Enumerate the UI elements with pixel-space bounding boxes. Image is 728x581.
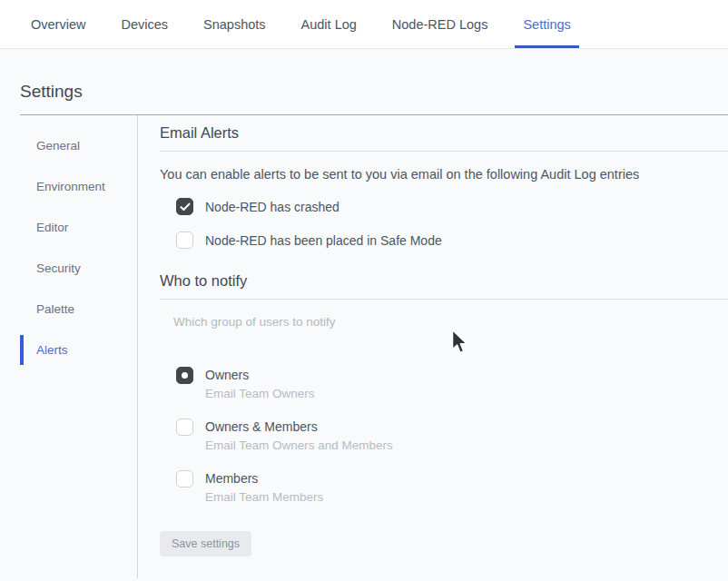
checkmark-icon — [180, 202, 191, 212]
radio-owners-members[interactable] — [176, 419, 193, 436]
checkbox-label-crashed: Node-RED has crashed — [205, 200, 339, 214]
page-title: Settings — [20, 82, 728, 102]
radio-row-owners-members[interactable]: Owners & Members Email Team Owners and M… — [176, 419, 728, 452]
checkbox-label-safe-mode: Node-RED has been placed in Safe Mode — [205, 233, 442, 248]
radio-label-members: Members — [205, 471, 323, 486]
instance-tab-bar: Overview Devices Snapshots Audit Log Nod… — [0, 0, 728, 49]
settings-side-nav: General Environment Editor Security Pale… — [20, 115, 137, 578]
settings-layout: General Environment Editor Security Pale… — [0, 115, 728, 578]
email-alerts-description: You can enable alerts to be sent to you … — [160, 167, 728, 182]
who-to-notify-helper: Which group of users to notify — [173, 315, 728, 329]
who-to-notify-heading: Who to notify — [160, 272, 728, 300]
tab-snapshots[interactable]: Snapshots — [195, 0, 274, 48]
tab-devices[interactable]: Devices — [113, 0, 176, 48]
radio-owners[interactable] — [176, 367, 193, 384]
checkbox-row-safe-mode[interactable]: Node-RED has been placed in Safe Mode — [176, 231, 728, 249]
checkbox-row-crashed[interactable]: Node-RED has crashed — [176, 198, 728, 215]
tab-audit-log[interactable]: Audit Log — [293, 0, 365, 48]
radio-sublabel-owners: Email Team Owners — [205, 387, 315, 400]
radio-row-members[interactable]: Members Email Team Members — [176, 470, 728, 504]
email-alerts-heading: Email Alerts — [160, 124, 728, 152]
tab-settings[interactable]: Settings — [515, 0, 578, 48]
checkbox-safe-mode[interactable] — [176, 231, 193, 249]
radio-label-owners-members: Owners & Members — [205, 419, 393, 434]
radio-sublabel-owners-members: Email Team Owners and Members — [205, 438, 393, 452]
radio-row-owners[interactable]: Owners Email Team Owners — [176, 367, 728, 400]
sidebar-item-security[interactable]: Security — [20, 248, 137, 289]
sidebar-item-general[interactable]: General — [20, 125, 137, 166]
alerts-settings-panel: Email Alerts You can enable alerts to be… — [137, 115, 728, 578]
checkbox-crashed[interactable] — [176, 198, 193, 215]
tab-node-red-logs[interactable]: Node-RED Logs — [384, 0, 497, 48]
sidebar-item-alerts[interactable]: Alerts — [20, 330, 137, 370]
radio-members[interactable] — [176, 470, 193, 487]
radio-dot-icon — [182, 372, 188, 379]
sidebar-item-environment[interactable]: Environment — [20, 166, 137, 207]
tab-overview[interactable]: Overview — [23, 0, 93, 48]
radio-sublabel-members: Email Team Members — [205, 490, 323, 504]
sidebar-item-palette[interactable]: Palette — [20, 289, 137, 330]
sidebar-item-editor[interactable]: Editor — [20, 207, 137, 248]
save-settings-button[interactable]: Save settings — [160, 531, 251, 556]
radio-label-owners: Owners — [205, 368, 315, 382]
